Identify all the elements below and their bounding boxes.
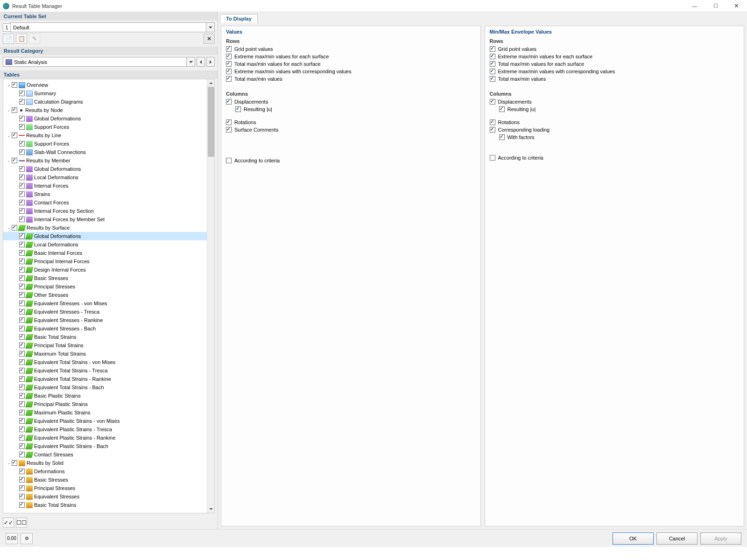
tree-checkbox[interactable] <box>12 158 17 163</box>
tree-item[interactable]: Equivalent Total Strains - Rankine <box>3 375 214 383</box>
tree-item[interactable]: Equivalent Stresses - Bach <box>3 324 214 333</box>
tree-checkbox[interactable] <box>19 91 25 96</box>
tree-item[interactable]: Principal Total Strains <box>3 341 214 350</box>
tree-checkbox[interactable] <box>19 200 25 205</box>
scroll-thumb[interactable] <box>208 87 214 157</box>
values-col-checkbox[interactable] <box>235 106 241 112</box>
tree-item[interactable]: Equivalent Stresses - Tresca <box>3 308 214 316</box>
tree-item[interactable]: Principal Plastic Strains <box>3 400 214 408</box>
copy-set-button[interactable]: 📋 <box>16 34 27 44</box>
delete-set-button[interactable]: ✕ <box>204 34 215 44</box>
category-prev-button[interactable] <box>197 57 205 67</box>
values-row-checkbox[interactable] <box>226 54 232 59</box>
ok-button[interactable]: OK <box>613 532 654 545</box>
tree-checkbox[interactable] <box>19 141 25 147</box>
envelope-row-row[interactable]: Total max/min values for each surface <box>490 60 740 68</box>
close-button[interactable] <box>726 0 747 12</box>
scroll-up-icon[interactable] <box>207 79 215 87</box>
envelope-col-row[interactable]: Resulting |u| <box>490 105 740 113</box>
tree-checkbox[interactable] <box>12 82 17 88</box>
tree-item[interactable]: Maximum Total Strains <box>3 350 214 358</box>
tree-checkbox[interactable] <box>12 460 17 466</box>
tree-item[interactable]: Contact Forces <box>3 198 214 207</box>
tree-checkbox[interactable] <box>12 225 17 231</box>
tree-item[interactable]: ⌄Results by Surface <box>3 224 214 232</box>
values-col-checkbox[interactable] <box>226 127 232 133</box>
result-category-dropdown-icon[interactable] <box>187 57 195 67</box>
tree-checkbox[interactable] <box>19 502 25 508</box>
tree-checkbox[interactable] <box>19 452 25 457</box>
tree-item[interactable]: Basic Plastic Strains <box>3 392 214 400</box>
tree-checkbox[interactable] <box>19 317 25 323</box>
values-col-row[interactable]: Rotations <box>226 119 476 126</box>
envelope-criteria-row[interactable]: According to criteria <box>490 154 740 161</box>
values-col-row[interactable]: Displacements <box>226 98 476 105</box>
tree-item[interactable]: Equivalent Stresses - Rankine <box>3 316 214 324</box>
values-row-checkbox[interactable] <box>226 69 232 74</box>
tree-checkbox[interactable] <box>12 107 17 113</box>
values-row-checkbox[interactable] <box>226 76 232 82</box>
tree-item[interactable]: Principal Internal Forces <box>3 257 214 266</box>
tree-checkbox[interactable] <box>19 494 25 499</box>
minimize-button[interactable] <box>684 0 705 12</box>
envelope-row-checkbox[interactable] <box>490 61 495 67</box>
tree-item[interactable]: Basic Total Strains <box>3 333 214 341</box>
expand-icon[interactable]: ⌄ <box>6 83 12 87</box>
tree-item[interactable]: Slab-Wall Connections <box>3 148 214 156</box>
tree-checkbox[interactable] <box>19 208 25 214</box>
result-category-select[interactable]: Static Analysis <box>3 57 187 67</box>
tree-item[interactable]: Equivalent Plastic Strains - Rankine <box>3 434 214 442</box>
tree-checkbox[interactable] <box>19 267 25 273</box>
tree-item[interactable]: Support Forces <box>3 140 214 148</box>
tree-checkbox[interactable] <box>19 443 25 449</box>
edit-set-button[interactable]: ✎ <box>29 34 40 44</box>
category-next-button[interactable] <box>206 57 215 67</box>
values-col-checkbox[interactable] <box>226 119 232 125</box>
tree-checkbox[interactable] <box>19 427 25 432</box>
tree-scrollbar[interactable] <box>207 79 214 513</box>
envelope-row-checkbox[interactable] <box>490 76 495 82</box>
envelope-col-checkbox[interactable] <box>490 119 495 125</box>
envelope-row-row[interactable]: Total max/min values <box>490 75 740 83</box>
tree-checkbox[interactable] <box>19 217 25 222</box>
tree-checkbox[interactable] <box>19 301 25 306</box>
tree-checkbox[interactable] <box>19 351 25 357</box>
tree-item[interactable]: Equivalent Stresses - von Mises <box>3 299 214 308</box>
envelope-col-checkbox[interactable] <box>499 106 505 112</box>
envelope-col-row[interactable]: Displacements <box>490 98 740 105</box>
tab-to-display[interactable]: To Display <box>220 14 258 23</box>
envelope-criteria-checkbox[interactable] <box>490 155 495 161</box>
tree-checkbox[interactable] <box>19 334 25 340</box>
tree-item[interactable]: Basic Stresses <box>3 274 214 282</box>
cancel-button[interactable]: Cancel <box>656 532 698 545</box>
tree-checkbox[interactable] <box>19 284 25 289</box>
values-row-row[interactable]: Grid point values <box>226 45 476 53</box>
values-row-checkbox[interactable] <box>226 61 232 67</box>
envelope-col-row[interactable]: Corresponding loading <box>490 126 740 133</box>
tree-checkbox[interactable] <box>19 385 25 390</box>
values-col-row[interactable]: Resulting |u| <box>226 105 476 113</box>
tree-item[interactable]: Equivalent Plastic Strains - von Mises <box>3 417 214 425</box>
uncheck-all-button[interactable]: ☐☐ <box>16 518 27 528</box>
tree-item[interactable]: ⌄Results by Line <box>3 131 214 140</box>
tree-checkbox[interactable] <box>19 309 25 315</box>
tree-checkbox[interactable] <box>19 124 25 130</box>
tree-item[interactable]: Equivalent Stresses <box>3 492 214 501</box>
check-all-button[interactable]: ✓✓ <box>3 518 14 528</box>
new-set-button[interactable]: 📄 <box>3 34 14 44</box>
tree-item[interactable]: Internal Forces by Section <box>3 207 214 215</box>
scroll-down-icon[interactable] <box>207 505 215 513</box>
values-criteria-checkbox[interactable] <box>226 158 232 163</box>
envelope-row-row[interactable]: Grid point values <box>490 45 740 53</box>
values-col-row[interactable]: Surface Comments <box>226 126 476 133</box>
expand-icon[interactable]: ⌄ <box>6 108 12 112</box>
tree-item[interactable]: Internal Forces by Member Set <box>3 215 214 224</box>
table-set-dropdown-icon[interactable] <box>206 22 215 32</box>
tree-checkbox[interactable] <box>19 485 25 491</box>
tree-item[interactable]: Other Stresses <box>3 291 214 299</box>
tree-item[interactable]: Maximum Plastic Strains <box>3 408 214 417</box>
tree-checkbox[interactable] <box>19 116 25 121</box>
tree-checkbox[interactable] <box>19 183 25 189</box>
tree-checkbox[interactable] <box>19 250 25 256</box>
tree-item[interactable]: ⌄Results by Solid <box>3 459 214 467</box>
